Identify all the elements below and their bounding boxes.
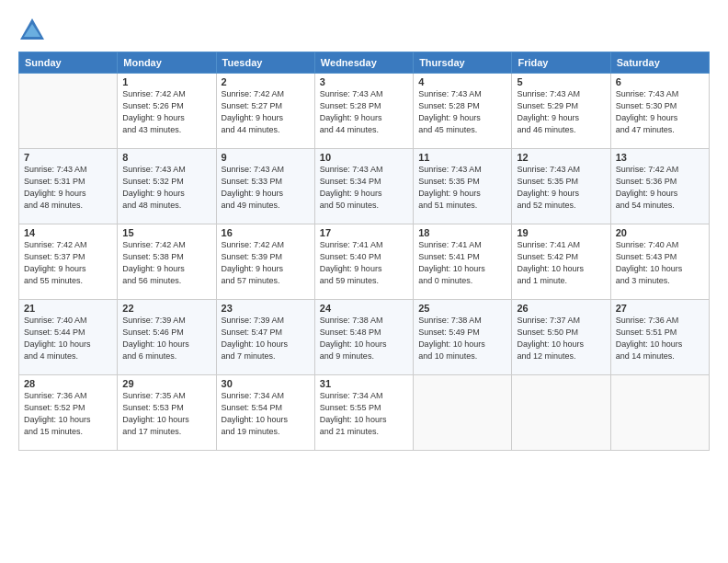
day-number: 7: [24, 152, 112, 163]
day-content-line: Daylight: 9 hours: [222, 113, 284, 122]
day-content-line: Daylight: 10 hours: [517, 339, 584, 349]
day-content: Sunrise: 7:43 AMSunset: 5:34 PMDaylight:…: [320, 164, 408, 212]
weekday-wednesday: Wednesday: [314, 52, 413, 74]
day-content-line: Sunset: 5:32 PM: [122, 177, 184, 186]
day-cell: [414, 375, 512, 451]
day-content-line: Daylight: 9 hours: [418, 189, 481, 198]
day-content: Sunrise: 7:43 AMSunset: 5:28 PMDaylight:…: [418, 88, 506, 136]
day-content-line: Sunrise: 7:34 AM: [320, 391, 383, 400]
day-content-line: Sunset: 5:46 PM: [122, 327, 184, 337]
day-number: 8: [122, 152, 210, 163]
day-cell: 13Sunrise: 7:42 AMSunset: 5:36 PMDayligh…: [610, 149, 709, 224]
day-content-line: Sunset: 5:52 PM: [24, 403, 85, 412]
day-content: Sunrise: 7:41 AMSunset: 5:40 PMDaylight:…: [320, 239, 408, 287]
day-content-line: Daylight: 9 hours: [24, 189, 86, 198]
day-cell: 8Sunrise: 7:43 AMSunset: 5:32 PMDaylight…: [118, 149, 216, 224]
day-number: 15: [122, 227, 210, 238]
day-content-line: and 56 minutes.: [122, 276, 181, 285]
day-content-line: Daylight: 9 hours: [517, 113, 579, 122]
day-number: 29: [122, 378, 210, 389]
day-content-line: Sunrise: 7:41 AM: [320, 240, 383, 249]
weekday-sunday: Sunday: [19, 52, 118, 74]
day-content-line: Daylight: 9 hours: [24, 264, 86, 273]
day-content-line: Sunset: 5:41 PM: [418, 252, 480, 261]
day-content: Sunrise: 7:42 AMSunset: 5:38 PMDaylight:…: [122, 239, 210, 287]
day-content-line: Daylight: 9 hours: [616, 189, 678, 198]
day-content-line: Sunset: 5:51 PM: [616, 327, 677, 337]
day-cell: 12Sunrise: 7:43 AMSunset: 5:35 PMDayligh…: [512, 149, 610, 224]
day-number: 28: [24, 378, 112, 389]
day-number: 16: [222, 227, 310, 238]
day-content-line: Sunrise: 7:43 AM: [320, 89, 383, 98]
day-content-line: Daylight: 9 hours: [418, 113, 481, 122]
day-content-line: Sunset: 5:35 PM: [418, 177, 480, 186]
day-content-line: Daylight: 10 hours: [418, 264, 485, 273]
day-content-line: Sunset: 5:47 PM: [222, 327, 283, 337]
weekday-thursday: Thursday: [414, 52, 512, 74]
day-content-line: Sunrise: 7:43 AM: [517, 165, 580, 174]
day-cell: 31Sunrise: 7:34 AMSunset: 5:55 PMDayligh…: [314, 375, 413, 451]
day-content-line: Sunset: 5:27 PM: [222, 101, 283, 110]
weekday-header-row: SundayMondayTuesdayWednesdayThursdayFrid…: [19, 52, 710, 74]
day-content-line: and 15 minutes.: [24, 427, 83, 436]
week-row-3: 14Sunrise: 7:42 AMSunset: 5:37 PMDayligh…: [19, 224, 710, 300]
day-content-line: Daylight: 9 hours: [616, 113, 678, 122]
week-row-1: 1Sunrise: 7:42 AMSunset: 5:26 PMDaylight…: [19, 74, 710, 149]
day-content-line: Sunrise: 7:42 AM: [222, 89, 285, 98]
day-content-line: Sunrise: 7:43 AM: [418, 165, 482, 174]
day-cell: 25Sunrise: 7:38 AMSunset: 5:49 PMDayligh…: [414, 300, 512, 375]
day-cell: 14Sunrise: 7:42 AMSunset: 5:37 PMDayligh…: [19, 224, 118, 300]
day-content-line: Daylight: 9 hours: [222, 264, 284, 273]
day-content: Sunrise: 7:36 AMSunset: 5:51 PMDaylight:…: [616, 315, 704, 362]
day-content-line: and 59 minutes.: [320, 276, 379, 285]
day-content-line: Sunset: 5:28 PM: [418, 101, 480, 110]
day-content-line: Sunrise: 7:43 AM: [517, 89, 580, 98]
day-content: Sunrise: 7:43 AMSunset: 5:33 PMDaylight:…: [222, 164, 310, 212]
day-content: Sunrise: 7:43 AMSunset: 5:32 PMDaylight:…: [122, 164, 210, 212]
day-cell: 16Sunrise: 7:42 AMSunset: 5:39 PMDayligh…: [216, 224, 314, 300]
day-content-line: and 55 minutes.: [24, 276, 83, 285]
day-number: 19: [517, 227, 605, 238]
day-content-line: Daylight: 9 hours: [320, 189, 382, 198]
day-content-line: Sunrise: 7:42 AM: [616, 165, 679, 174]
day-content-line: Sunset: 5:31 PM: [24, 177, 85, 186]
day-content-line: Sunset: 5:42 PM: [517, 252, 578, 261]
day-number: 21: [24, 303, 112, 314]
day-content-line: Sunset: 5:53 PM: [122, 403, 184, 412]
day-content-line: and 7 minutes.: [222, 351, 276, 361]
day-content-line: Daylight: 10 hours: [616, 264, 683, 273]
day-cell: 24Sunrise: 7:38 AMSunset: 5:48 PMDayligh…: [314, 300, 413, 375]
day-content: Sunrise: 7:43 AMSunset: 5:31 PMDaylight:…: [24, 164, 112, 212]
day-content-line: Sunset: 5:34 PM: [320, 177, 381, 186]
day-content-line: Sunrise: 7:37 AM: [517, 316, 580, 325]
day-content-line: Sunrise: 7:41 AM: [418, 240, 482, 249]
day-content: Sunrise: 7:40 AMSunset: 5:43 PMDaylight:…: [616, 239, 704, 287]
day-content-line: and 44 minutes.: [320, 125, 379, 134]
day-number: 13: [616, 152, 704, 163]
day-number: 25: [418, 303, 506, 314]
day-content-line: Sunrise: 7:39 AM: [222, 316, 285, 325]
day-cell: 18Sunrise: 7:41 AMSunset: 5:41 PMDayligh…: [414, 224, 512, 300]
day-content-line: Sunrise: 7:38 AM: [418, 316, 482, 325]
day-cell: 27Sunrise: 7:36 AMSunset: 5:51 PMDayligh…: [610, 300, 709, 375]
day-content-line: Sunrise: 7:43 AM: [222, 165, 285, 174]
day-content-line: Sunrise: 7:42 AM: [222, 240, 285, 249]
day-content-line: and 51 minutes.: [418, 201, 477, 210]
day-number: 17: [320, 227, 408, 238]
day-content-line: Sunrise: 7:39 AM: [122, 316, 186, 325]
day-cell: 3Sunrise: 7:43 AMSunset: 5:28 PMDaylight…: [314, 74, 413, 149]
day-number: 2: [222, 76, 310, 87]
logo-icon: [18, 17, 46, 44]
day-content-line: and 52 minutes.: [517, 201, 575, 210]
day-content: Sunrise: 7:36 AMSunset: 5:52 PMDaylight:…: [24, 390, 112, 438]
day-content-line: Sunset: 5:30 PM: [616, 101, 677, 110]
day-content: Sunrise: 7:34 AMSunset: 5:54 PMDaylight:…: [222, 390, 310, 438]
day-content-line: Sunset: 5:49 PM: [418, 327, 480, 337]
day-content: Sunrise: 7:42 AMSunset: 5:36 PMDaylight:…: [616, 164, 704, 212]
day-content-line: Daylight: 9 hours: [517, 189, 579, 198]
day-content-line: and 14 minutes.: [616, 351, 675, 361]
day-content-line: and 21 minutes.: [320, 427, 379, 436]
day-number: 3: [320, 76, 408, 87]
weekday-monday: Monday: [118, 52, 216, 74]
day-content: Sunrise: 7:42 AMSunset: 5:26 PMDaylight:…: [122, 88, 210, 136]
